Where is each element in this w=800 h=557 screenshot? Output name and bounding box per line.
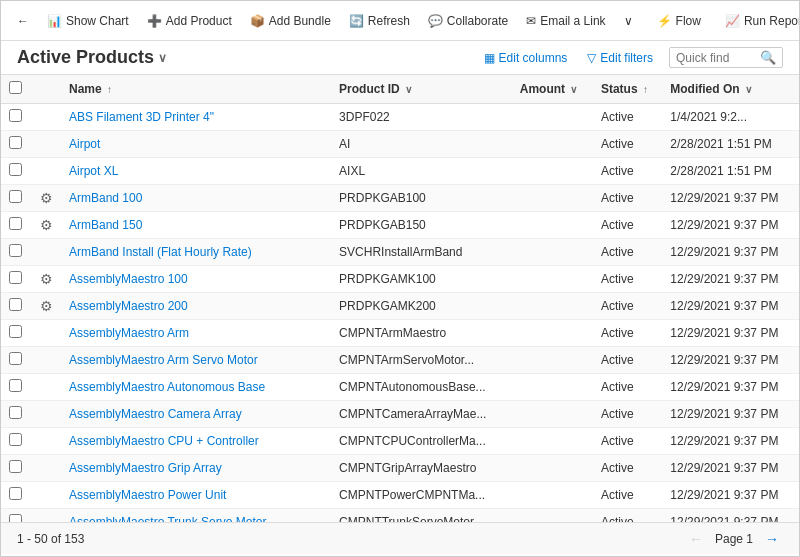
- product-name-link[interactable]: AssemblyMaestro Grip Array: [69, 461, 222, 475]
- row-status-cell: Active: [593, 185, 662, 212]
- row-name-cell: ArmBand Install (Flat Hourly Rate): [61, 239, 331, 266]
- email-dropdown-button[interactable]: ∨: [616, 10, 641, 32]
- row-checkbox[interactable]: [9, 244, 22, 257]
- products-table: Name ↑ Product ID ∨ Amount ∨ Status ↑ Mo…: [1, 75, 799, 522]
- row-checkbox[interactable]: [9, 325, 22, 338]
- row-modified-cell: 12/29/2021 9:37 PM: [662, 509, 799, 523]
- quick-find-input[interactable]: [676, 51, 756, 65]
- email-icon: ✉: [526, 14, 536, 28]
- collaborate-button[interactable]: 💬 Collaborate: [420, 10, 516, 32]
- product-name-link[interactable]: AssemblyMaestro Power Unit: [69, 488, 226, 502]
- row-checkbox[interactable]: [9, 487, 22, 500]
- add-product-button[interactable]: ➕ Add Product: [139, 10, 240, 32]
- table-row: ⚙ ArmBand 150 PRDPKGAB150 Active 12/29/2…: [1, 212, 799, 239]
- product-name-link[interactable]: AssemblyMaestro Arm: [69, 326, 189, 340]
- product-name-link[interactable]: AssemblyMaestro 100: [69, 272, 188, 286]
- col-amount[interactable]: Amount ∨: [512, 75, 593, 104]
- row-product-id-cell: CMPNTArmMaestro: [331, 320, 512, 347]
- product-name-link[interactable]: AssemblyMaestro Camera Array: [69, 407, 242, 421]
- row-checkbox[interactable]: [9, 379, 22, 392]
- next-page-button[interactable]: →: [761, 529, 783, 549]
- product-name-link[interactable]: ABS Filament 3D Printer 4": [69, 110, 214, 124]
- product-name-link[interactable]: ArmBand Install (Flat Hourly Rate): [69, 245, 252, 259]
- product-name-link[interactable]: AssemblyMaestro CPU + Controller: [69, 434, 259, 448]
- row-checkbox-cell: [1, 401, 31, 428]
- row-icon-cell: [31, 401, 61, 428]
- row-checkbox[interactable]: [9, 271, 22, 284]
- row-name-cell: ArmBand 100: [61, 185, 331, 212]
- product-name-link[interactable]: Airpot: [69, 137, 100, 151]
- run-report-button[interactable]: 📈 Run Report: [717, 10, 800, 32]
- toolbar: ← 📊 Show Chart ➕ Add Product 📦 Add Bundl…: [1, 1, 799, 41]
- row-status-cell: Active: [593, 401, 662, 428]
- flow-button[interactable]: ⚡ Flow: [649, 10, 709, 32]
- table-row: ⚙ ArmBand 100 PRDPKGAB100 Active 12/29/2…: [1, 185, 799, 212]
- row-product-id-cell: PRDPKGAMK200: [331, 293, 512, 320]
- row-checkbox[interactable]: [9, 109, 22, 122]
- prev-page-button[interactable]: ←: [685, 529, 707, 549]
- report-icon: 📈: [725, 14, 740, 28]
- row-checkbox[interactable]: [9, 460, 22, 473]
- edit-filters-button[interactable]: ▽ Edit filters: [583, 49, 657, 67]
- products-grid: Name ↑ Product ID ∨ Amount ∨ Status ↑ Mo…: [1, 75, 799, 522]
- add-bundle-icon: 📦: [250, 14, 265, 28]
- product-name-link[interactable]: AssemblyMaestro Arm Servo Motor: [69, 353, 258, 367]
- row-checkbox[interactable]: [9, 217, 22, 230]
- product-id-sort-icon: ∨: [405, 84, 412, 95]
- col-modified-on[interactable]: Modified On ∨: [662, 75, 799, 104]
- product-name-link[interactable]: ArmBand 150: [69, 218, 142, 232]
- product-name-link[interactable]: AssemblyMaestro Trunk Servo Motor: [69, 515, 266, 522]
- row-product-id-cell: 3DPF022: [331, 104, 512, 131]
- page-number: Page 1: [715, 532, 753, 546]
- edit-columns-button[interactable]: ▦ Edit columns: [480, 49, 572, 67]
- row-status-cell: Active: [593, 482, 662, 509]
- col-status[interactable]: Status ↑: [593, 75, 662, 104]
- row-amount-cell: [512, 347, 593, 374]
- product-name-link[interactable]: AssemblyMaestro Autonomous Base: [69, 380, 265, 394]
- row-modified-cell: 12/29/2021 9:37 PM: [662, 266, 799, 293]
- row-status-cell: Active: [593, 320, 662, 347]
- footer: 1 - 50 of 153 ← Page 1 →: [1, 522, 799, 554]
- row-checkbox-cell: [1, 158, 31, 185]
- row-icon-cell: [31, 428, 61, 455]
- subheader-right: ▦ Edit columns ▽ Edit filters 🔍: [480, 47, 783, 68]
- row-status-cell: Active: [593, 455, 662, 482]
- quick-find-box: 🔍: [669, 47, 783, 68]
- row-checkbox-cell: [1, 185, 31, 212]
- row-checkbox[interactable]: [9, 298, 22, 311]
- back-button[interactable]: ←: [9, 10, 37, 32]
- col-product-id[interactable]: Product ID ∨: [331, 75, 512, 104]
- row-product-id-cell: CMPNTCPUControllerMa...: [331, 428, 512, 455]
- show-chart-button[interactable]: 📊 Show Chart: [39, 10, 137, 32]
- row-checkbox[interactable]: [9, 163, 22, 176]
- row-checkbox-cell: [1, 131, 31, 158]
- product-name-link[interactable]: ArmBand 100: [69, 191, 142, 205]
- row-icon-cell: ⚙: [31, 293, 61, 320]
- select-all-checkbox[interactable]: [9, 81, 22, 94]
- row-name-cell: AssemblyMaestro Grip Array: [61, 455, 331, 482]
- row-checkbox[interactable]: [9, 136, 22, 149]
- col-name[interactable]: Name ↑: [61, 75, 331, 104]
- row-checkbox[interactable]: [9, 190, 22, 203]
- row-checkbox[interactable]: [9, 406, 22, 419]
- add-bundle-button[interactable]: 📦 Add Bundle: [242, 10, 339, 32]
- row-modified-cell: 12/29/2021 9:37 PM: [662, 482, 799, 509]
- prev-icon: ←: [689, 531, 703, 547]
- product-name-link[interactable]: Airpot XL: [69, 164, 118, 178]
- row-checkbox-cell: [1, 347, 31, 374]
- row-name-cell: AssemblyMaestro Camera Array: [61, 401, 331, 428]
- table-row: Airpot AI Active 2/28/2021 1:51 PM: [1, 131, 799, 158]
- row-checkbox-cell: [1, 374, 31, 401]
- email-link-button[interactable]: ✉ Email a Link: [518, 10, 613, 32]
- table-row: AssemblyMaestro Autonomous Base CMPNTAut…: [1, 374, 799, 401]
- row-checkbox[interactable]: [9, 352, 22, 365]
- refresh-button[interactable]: 🔄 Refresh: [341, 10, 418, 32]
- row-amount-cell: [512, 266, 593, 293]
- row-checkbox[interactable]: [9, 433, 22, 446]
- row-checkbox[interactable]: [9, 514, 22, 522]
- product-name-link[interactable]: AssemblyMaestro 200: [69, 299, 188, 313]
- table-row: ⚙ AssemblyMaestro 200 PRDPKGAMK200 Activ…: [1, 293, 799, 320]
- table-row: ArmBand Install (Flat Hourly Rate) SVCHR…: [1, 239, 799, 266]
- row-name-cell: AssemblyMaestro CPU + Controller: [61, 428, 331, 455]
- title-chevron-icon[interactable]: ∨: [158, 51, 167, 65]
